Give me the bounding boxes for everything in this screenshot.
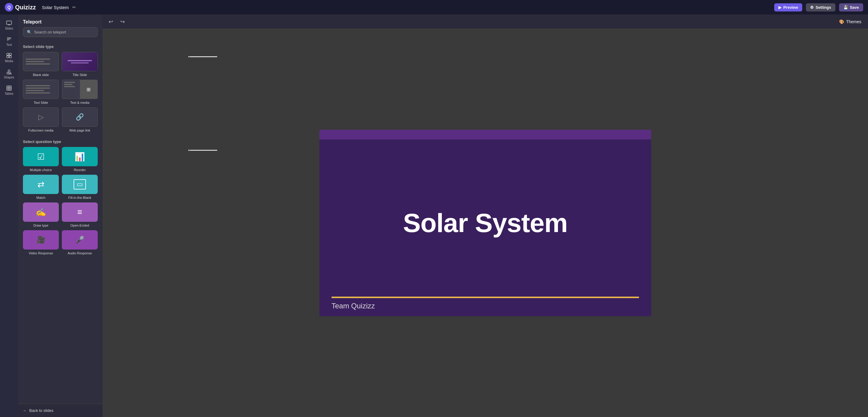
question-type-label: Select question type [18,137,102,147]
title-slide-label: Title Slide [73,73,87,77]
preview-label: Preview [783,5,798,10]
qt-video-button[interactable]: 🎥 [23,230,59,249]
back-label: Back to slides [29,408,53,413]
search-placeholder: Search on teleport [34,30,66,34]
svg-rect-10 [9,56,11,58]
qt-fitb[interactable]: ▭ Fill-in-the-Blank [62,175,98,200]
slide-type-grid: Blank slide Title Slide [18,52,102,137]
back-to-slides-button[interactable]: ← Back to slides [18,404,102,417]
settings-label: Settings [815,5,831,10]
link-icon: 🔗 [76,113,84,121]
redo-button[interactable]: ↪ [118,17,127,26]
logo-text: Quizizz [15,4,36,11]
qt-audio-response[interactable]: 🎤 Audio Response [62,230,98,255]
shapes-icon [6,69,12,75]
themes-button[interactable]: 🎨 Themes [836,18,864,26]
logo: Q Quizizz [5,3,36,11]
fullscreen-preview: ▷ [23,108,59,127]
blank-slide-preview [23,52,59,71]
arrow-top [188,53,219,60]
qt-open-label: Open-Ended [70,224,89,227]
text-slide-label: Text Slide [34,101,48,105]
themes-icon: 🎨 [839,19,844,24]
qt-fitb-button[interactable]: ▭ [62,175,98,194]
teleport-title: Teleport [18,14,102,27]
text-label: Text [6,43,12,47]
tables-label: Tables [5,92,13,95]
save-icon: 💾 [843,5,848,10]
slide-type-text[interactable]: Text Slide [23,80,59,105]
svg-rect-7 [7,53,9,56]
slides-label: Slides [5,27,13,30]
qt-draw-button[interactable]: ✍ [23,203,59,222]
fullscreen-icon: ▷ [38,113,44,121]
editor-toolbar: ↩ ↪ 🎨 Themes [102,14,868,29]
sidebar-item-text[interactable]: T Text [1,34,17,49]
question-type-grid: ☑ Multiple-choice 📊 Reorder ⇄ Match ▭ [18,147,102,260]
qt-open-ended[interactable]: ≡ Open-Ended [62,203,98,227]
main-layout: Slides T Text Media Shapes [0,14,868,417]
slide-subtitle: Team Quizizz [332,302,375,310]
slide-type-webpage[interactable]: 🔗 Web page link [62,108,98,132]
audio-icon: 🎤 [75,236,85,244]
slides-icon [6,20,12,26]
arrow-middle [188,147,219,154]
save-button[interactable]: 💾 Save [839,3,863,11]
qt-audio-label: Audio Response [67,251,92,255]
svg-marker-13 [9,72,11,74]
qt-fitb-label: Fill-in-the-Blank [68,196,91,200]
title-slide-preview [62,52,98,71]
preview-button[interactable]: ▶ Preview [774,3,802,11]
qt-multiple-choice[interactable]: ☑ Multiple-choice [23,147,59,172]
qt-mc-button[interactable]: ☑ [23,147,59,166]
reorder-icon: 📊 [74,152,85,162]
sidebar-item-slides[interactable]: Slides [1,18,17,33]
svg-rect-12 [7,72,9,74]
svg-rect-14 [7,86,11,91]
media-label: Media [5,59,13,63]
back-arrow-icon: ← [23,408,27,413]
qt-reorder-button[interactable]: 📊 [62,147,98,166]
svg-rect-0 [7,21,12,25]
blank-slide-label: Blank slide [33,73,49,77]
open-icon: ≡ [77,207,82,217]
svg-rect-8 [9,53,11,56]
settings-button[interactable]: ⚙ Settings [806,3,835,11]
mc-icon: ☑ [37,152,44,162]
qt-mc-label: Multiple-choice [30,168,52,172]
teleport-search-button[interactable]: 🔍 Search on teleport [23,27,98,37]
qt-draw[interactable]: ✍ Draw type [23,203,59,227]
qt-match-button[interactable]: ⇄ [23,175,59,194]
qt-match-label: Match [36,196,45,200]
edit-icon[interactable]: ✏ [72,5,76,10]
gear-icon: ⚙ [810,5,814,10]
icon-bar: Slides T Text Media Shapes [0,14,18,417]
slide-type-fullscreen[interactable]: ▷ Fullscreen media [23,108,59,132]
slide-canvas: Solar System Team Quizizz [319,130,651,316]
save-label: Save [850,5,859,10]
slide-accent-line [332,297,639,298]
slide-type-title[interactable]: Title Slide [62,52,98,77]
themes-label: Themes [846,19,861,24]
sidebar-item-media[interactable]: Media [1,50,17,65]
qt-audio-button[interactable]: 🎤 [62,230,98,249]
slide-title: Solar System [403,208,568,238]
fullscreen-label: Fullscreen media [28,128,54,132]
sidebar-item-shapes[interactable]: Shapes [1,66,17,82]
slide-type-text-media[interactable]: ⊞ Text & media [62,80,98,105]
teleport-sidebar: Teleport 🔍 Search on teleport Select sli… [18,14,102,417]
media-icon-preview: ⊞ [80,80,98,99]
qt-match[interactable]: ⇄ Match [23,175,59,200]
qt-reorder[interactable]: 📊 Reorder [62,147,98,172]
slide-type-label: Select slide type [18,42,102,52]
qt-video-response[interactable]: 🎥 Video Response [23,230,59,255]
editor-area: ↩ ↪ 🎨 Themes Solar S [102,14,868,417]
slide-type-blank[interactable]: Blank slide [23,52,59,77]
text-icon: T [6,36,12,42]
search-icon: 🔍 [27,30,32,34]
slide-canvas-area: Solar System Team Quizizz [102,29,868,417]
undo-button[interactable]: ↩ [106,17,116,26]
qt-open-button[interactable]: ≡ [62,203,98,222]
text-media-preview: ⊞ [62,80,98,99]
sidebar-item-tables[interactable]: Tables [1,83,17,98]
